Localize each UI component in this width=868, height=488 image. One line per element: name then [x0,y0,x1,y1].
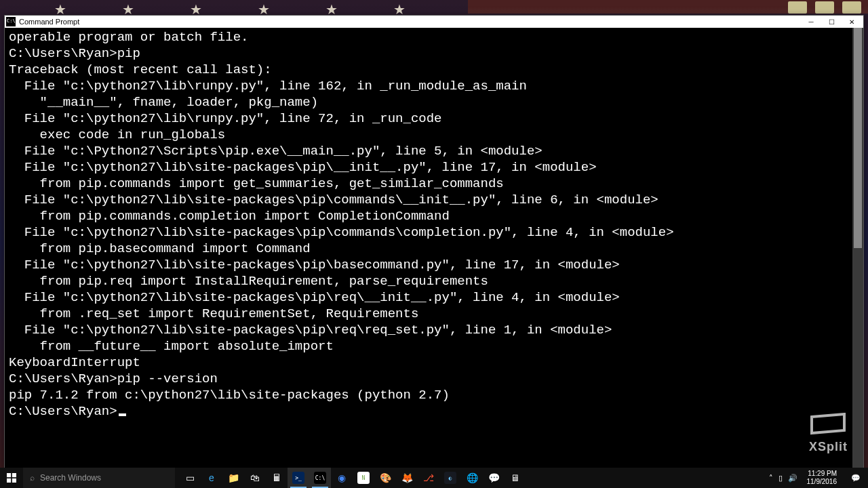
terminal-output[interactable]: operable program or batch file.C:\Users\… [5,28,863,468]
terminal-line: Traceback (most recent call last): [9,62,859,78]
calculator-icon: 🖩 [271,472,283,484]
battery-icon[interactable]: ▯ [778,474,783,483]
svg-marker-0 [812,414,844,433]
terminal-line: File "c:\python27\lib\site-packages\pip\… [9,257,859,273]
terminal-line: C:\Users\Ryan> [9,403,859,420]
scrollbar-thumb[interactable] [854,28,862,248]
task-view-button[interactable]: ▭ [179,468,201,488]
firefox-button[interactable]: 🦊 [396,468,418,488]
terminal-line: from pip.commands.completion import Comp… [9,208,859,224]
terminal-line: from __future__ import absolute_import [9,338,859,354]
notepadpp-button[interactable]: N [353,468,374,488]
svg-rect-2 [12,473,16,477]
terminal-line: exec code in run_globals [9,127,859,143]
scrollbar[interactable] [852,28,863,468]
time: 11:29 PM [807,470,837,478]
terminal-line: C:\Users\Ryan>pip [9,45,859,62]
terminal-line: from pip.commands import get_summaries, … [9,176,859,192]
monitor-button[interactable]: 🖥 [505,468,526,488]
powershell-icon: >_ [292,472,304,484]
store-button[interactable]: 🛍 [244,468,266,488]
firefox-icon: 🦊 [401,472,413,484]
svg-rect-3 [7,479,11,483]
edge-icon: e [205,472,218,484]
command-prompt-window: Command Prompt ─ ☐ ✕ operable program or… [4,15,864,469]
terminal-line: File "c:\python27\lib\site-packages\pip\… [9,192,859,208]
search-input[interactable]: ⌕ Search Windows [23,468,175,488]
date: 11/9/2016 [807,478,837,486]
store-icon: 🛍 [249,472,261,484]
terminal-line: "__main__", fname, loader, pkg_name) [9,94,859,110]
terminal-line: File "c:\python27\lib\site-packages\pip\… [9,224,859,241]
windows-logo-icon [7,473,16,483]
terminal-line: pip 7.1.2 from c:\python27\lib\site-pack… [9,387,859,403]
globe-icon: 🌐 [466,472,478,484]
terminal-line: from .req_set import RequirementSet, Req… [9,306,859,322]
psp-icon: 🎨 [379,472,391,484]
calculator-button[interactable]: 🖩 [266,468,288,488]
command-prompt-button[interactable]: C:\ [309,468,331,488]
minimize-button[interactable]: ─ [801,16,821,28]
chat-button[interactable]: 💬 [483,468,505,488]
terminal-line: File "c:\python27\lib\site-packages\pip\… [9,289,859,306]
terminal-line: File "c:\python27\lib\runpy.py", line 72… [9,110,859,127]
terminal-line: from pip.basecommand import Command [9,241,859,257]
cmd-icon [6,17,16,26]
window-title: Command Prompt [19,18,801,26]
window-controls: ─ ☐ ✕ [801,16,862,28]
svg-rect-4 [12,479,16,483]
terminal-line: from pip.req import InstallRequirement, … [9,273,859,289]
git-button[interactable]: ⎇ [418,468,439,488]
file-explorer-button[interactable]: 📁 [222,468,244,488]
terminal-line: File "c:\Python27\Scripts\pip.exe\__main… [9,143,859,159]
chrome-icon: ◉ [336,472,348,484]
watermark-label: XSplit [809,440,848,453]
maximize-button[interactable]: ☐ [821,16,842,28]
xsplit-icon [810,413,846,436]
start-button[interactable] [0,468,23,488]
cursor [119,413,126,416]
terminal-line: KeyboardInterrupt [9,354,859,371]
notepadpp-icon: N [357,472,370,484]
file-explorer-icon: 📁 [227,472,239,484]
chrome-button[interactable]: ◉ [331,468,353,488]
close-button[interactable]: ✕ [842,16,862,28]
terminal-line: File "c:\python27\lib\site-packages\pip\… [9,322,859,338]
terminal-line: operable program or batch file. [9,29,859,45]
search-icon: ⌕ [30,473,35,483]
powershell-button[interactable]: >_ [288,468,309,488]
steam-icon: ◐ [444,472,456,484]
search-placeholder: Search Windows [40,473,101,483]
terminal-line: File "c:\python27\lib\site-packages\pip\… [9,159,859,176]
terminal-line: C:\Users\Ryan>pip --version [9,371,859,387]
desktop-shortcuts [788,0,861,14]
task-view-icon: ▭ [184,472,196,484]
chat-icon: 💬 [488,472,500,484]
clock[interactable]: 11:29 PM 11/9/2016 [803,470,842,486]
terminal-line: File "c:\python27\lib\runpy.py", line 16… [9,78,859,94]
steam-button[interactable]: ◐ [439,468,461,488]
action-center-icon[interactable]: 💬 [846,468,865,488]
tray-chevron-icon[interactable]: ˄ [769,474,773,483]
taskbar-apps: ▭e📁🛍🖩>_C:\◉N🎨🦊⎇◐🌐💬🖥 [179,468,526,488]
volume-icon[interactable]: 🔊 [788,474,797,483]
titlebar[interactable]: Command Prompt ─ ☐ ✕ [5,16,863,28]
globe-button[interactable]: 🌐 [461,468,483,488]
system-tray[interactable]: ˄ ▯ 🔊 11:29 PM 11/9/2016 💬 [766,468,869,488]
monitor-icon: 🖥 [509,472,521,484]
xsplit-watermark: XSplit [809,413,848,454]
edge-button[interactable]: e [201,468,222,488]
taskbar: ⌕ Search Windows ▭e📁🛍🖩>_C:\◉N🎨🦊⎇◐🌐💬🖥 ˄ ▯… [0,468,868,488]
git-icon: ⎇ [422,472,435,484]
svg-rect-1 [7,473,11,477]
psp-button[interactable]: 🎨 [374,468,396,488]
command-prompt-icon: C:\ [314,472,326,484]
